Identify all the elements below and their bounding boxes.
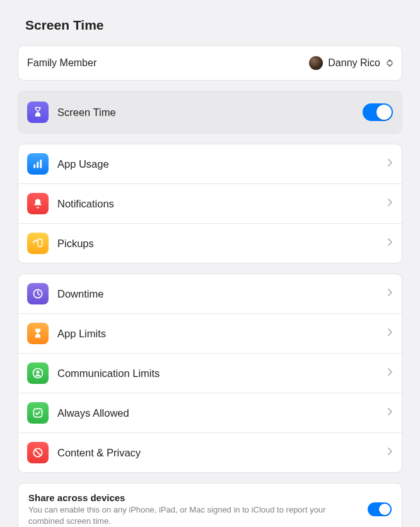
- notifications-row[interactable]: Notifications: [18, 184, 402, 224]
- share-desc: You can enable this on any iPhone, iPad,…: [28, 504, 358, 526]
- share-text: Share across devices You can enable this…: [28, 492, 358, 526]
- usage-group: App Usage Notifications Pickups: [18, 144, 402, 264]
- app-limits-label: App Limits: [57, 328, 387, 340]
- screen-time-toggle-card: Screen Time: [18, 91, 402, 134]
- app-usage-label: App Usage: [57, 158, 387, 170]
- notifications-label: Notifications: [57, 198, 387, 210]
- family-member-control[interactable]: Danny Rico: [309, 56, 393, 70]
- svg-rect-3: [38, 239, 42, 246]
- share-across-devices-card: Share across devices You can enable this…: [18, 483, 402, 527]
- screen-time-toggle-row: Screen Time: [18, 91, 402, 133]
- page-title: Screen Time: [0, 0, 420, 45]
- communication-limits-label: Communication Limits: [57, 368, 387, 379]
- family-member-row[interactable]: Family Member Danny Rico: [18, 46, 402, 80]
- chevron-right-icon: [387, 368, 393, 379]
- share-toggle[interactable]: [368, 502, 392, 516]
- content-privacy-row[interactable]: Content & Privacy: [18, 433, 402, 472]
- pickup-icon: [27, 233, 49, 254]
- svg-rect-2: [40, 159, 42, 168]
- no-entry-icon: [27, 442, 49, 463]
- pickups-row[interactable]: Pickups: [18, 224, 402, 263]
- svg-rect-0: [33, 165, 35, 168]
- downtime-row[interactable]: Downtime: [18, 274, 402, 314]
- svg-rect-1: [37, 162, 38, 168]
- bell-icon: [27, 193, 49, 214]
- chevron-right-icon: [387, 158, 393, 170]
- always-allowed-label: Always Allowed: [57, 407, 387, 419]
- family-member-label: Family Member: [27, 57, 309, 69]
- chevron-right-icon: [387, 238, 393, 249]
- share-title: Share across devices: [28, 492, 358, 503]
- chevron-right-icon: [387, 407, 393, 419]
- pickups-label: Pickups: [57, 238, 387, 250]
- always-allowed-row[interactable]: Always Allowed: [18, 393, 402, 433]
- chevron-right-icon: [387, 198, 393, 209]
- chevron-right-icon: [387, 288, 393, 299]
- communication-limits-row[interactable]: Communication Limits: [18, 354, 402, 393]
- screen-time-toggle[interactable]: [363, 103, 393, 121]
- chart-icon: [27, 153, 49, 175]
- hourglass-icon: [27, 101, 49, 123]
- family-member-card: Family Member Danny Rico: [18, 45, 402, 81]
- limits-group: Downtime App Limits Communication Limits…: [18, 274, 402, 473]
- downtime-label: Downtime: [57, 288, 387, 300]
- svg-point-6: [37, 371, 40, 374]
- hourglass-icon: [27, 323, 49, 344]
- app-usage-row[interactable]: App Usage: [18, 144, 402, 184]
- chevron-right-icon: [387, 447, 393, 458]
- check-shield-icon: [27, 402, 49, 424]
- clock-icon: [27, 283, 49, 304]
- chevron-right-icon: [387, 328, 393, 339]
- avatar: [309, 56, 323, 70]
- updown-chevron-icon: [387, 59, 393, 67]
- content-privacy-label: Content & Privacy: [57, 447, 387, 459]
- svg-line-9: [35, 449, 40, 455]
- family-member-name: Danny Rico: [328, 57, 380, 69]
- screen-time-label: Screen Time: [57, 107, 363, 119]
- app-limits-row[interactable]: App Limits: [18, 314, 402, 354]
- person-circle-icon: [27, 362, 49, 384]
